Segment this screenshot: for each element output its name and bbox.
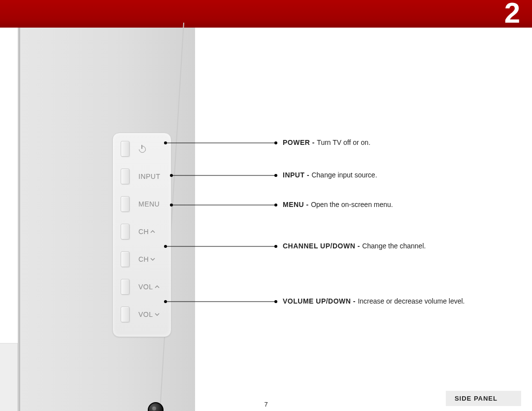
svg-point-5	[274, 174, 277, 177]
desc-channel-text: Change the channel.	[362, 242, 426, 250]
desc-volume-title: VOLUME UP/DOWN -	[283, 297, 358, 305]
desc-menu: MENU - Open the on-screen menu.	[283, 201, 393, 208]
section-label: SIDE PANEL	[446, 391, 521, 406]
desc-power-text: Turn TV off or on.	[317, 138, 370, 146]
desc-channel-title: CHANNEL UP/DOWN -	[283, 242, 362, 250]
svg-point-8	[274, 204, 277, 206]
desc-power-title: POWER -	[283, 138, 317, 146]
svg-point-2	[274, 141, 277, 144]
callout-lines	[0, 28, 532, 411]
desc-input-text: Change input source.	[311, 171, 377, 179]
svg-point-11	[274, 245, 277, 248]
desc-input-title: INPUT -	[283, 171, 311, 179]
desc-volume: VOLUME UP/DOWN - Increase or decrease vo…	[283, 297, 465, 305]
desc-menu-title: MENU -	[283, 201, 311, 208]
svg-point-14	[274, 300, 277, 303]
page-number: 7	[264, 401, 267, 408]
desc-volume-text: Increase or decrease volume level.	[358, 297, 465, 305]
desc-menu-text: Open the on-screen menu.	[311, 201, 393, 208]
chapter-number: 2	[504, 0, 519, 29]
header-band: 2	[0, 0, 532, 28]
desc-power: POWER - Turn TV off or on.	[283, 138, 370, 146]
desc-input: INPUT - Change input source.	[283, 171, 377, 179]
desc-channel: CHANNEL UP/DOWN - Change the channel.	[283, 242, 426, 250]
manual-page: INPUT MENU CH CH VOL	[0, 28, 532, 411]
